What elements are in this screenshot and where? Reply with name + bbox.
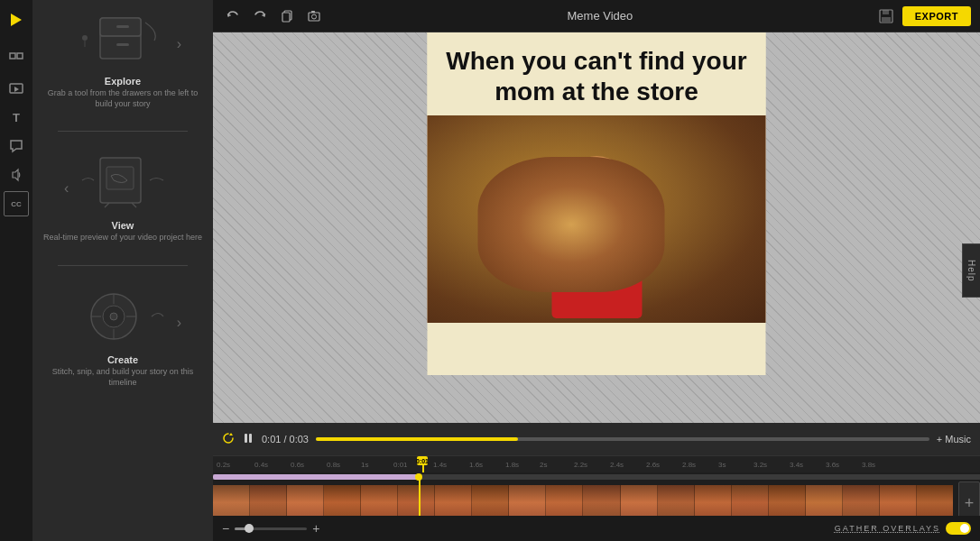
- screenshot-button[interactable]: [303, 5, 325, 27]
- video-track: [213, 485, 953, 516]
- playback-bar: 0:01 / 0:03 + Music: [213, 423, 980, 455]
- sidebar-item-media[interactable]: [4, 76, 29, 101]
- explore-title: Explore: [105, 76, 141, 87]
- pause-button[interactable]: [242, 432, 254, 447]
- add-track-button[interactable]: +: [958, 481, 980, 516]
- copy-button[interactable]: [276, 5, 298, 27]
- divider-1: [58, 131, 188, 132]
- ruler-tick-8: 1.8s: [505, 461, 519, 469]
- create-description: Stitch, snip, and build your story on th…: [42, 367, 204, 388]
- sidebar-item-captions[interactable]: CC: [4, 191, 29, 216]
- progress-fill: [316, 437, 518, 441]
- ruler-tick-9: 2s: [540, 461, 547, 469]
- ruler-tick-17: 3.6s: [826, 461, 839, 469]
- person-head: [565, 156, 628, 219]
- ruler-tick-11: 2.4s: [610, 461, 624, 469]
- svg-point-25: [312, 14, 317, 19]
- svg-point-9: [82, 35, 88, 41]
- zoom-controls: − + GATHER OVERLAYS: [213, 516, 980, 541]
- view-arrow: ‹: [64, 180, 69, 197]
- music-button[interactable]: + Music: [937, 434, 971, 445]
- ruler-tick-10: 2.2s: [574, 461, 587, 469]
- create-illustration: ›: [78, 288, 168, 351]
- zoom-slider-thumb[interactable]: [245, 524, 254, 533]
- sidebar: T CC: [0, 0, 32, 541]
- svg-rect-8: [116, 43, 129, 46]
- save-icon[interactable]: [875, 5, 897, 27]
- sidebar-item-shapes[interactable]: [4, 47, 29, 72]
- topbar: Meme Video EXPORT: [213, 0, 980, 32]
- explore-illustration: ›: [78, 9, 168, 72]
- ruler-tick-14: 3s: [718, 461, 726, 469]
- sidebar-item-text[interactable]: T: [4, 105, 29, 130]
- svg-rect-12: [106, 167, 134, 189]
- help-label: Help: [966, 260, 976, 282]
- svg-rect-31: [249, 434, 252, 443]
- restart-button[interactable]: [222, 432, 235, 447]
- svg-rect-24: [309, 13, 319, 21]
- ruler-tick-0: 0.2s: [217, 461, 230, 469]
- video-frame: [428, 115, 766, 323]
- canvas-area: When you can't find yourmom at the store: [213, 32, 980, 423]
- timeline-scrub[interactable]: [213, 474, 980, 480]
- gather-overlays-control: GATHER OVERLAYS: [835, 522, 971, 535]
- timeline-tracks: +: [213, 472, 980, 516]
- ruler-tick-7: 1.6s: [469, 461, 483, 469]
- view-description: Real-time preview of your video project …: [43, 233, 202, 243]
- ruler-tick-12: 2.6s: [646, 461, 660, 469]
- svg-rect-7: [116, 25, 129, 28]
- page-title: Meme Video: [325, 9, 875, 23]
- zoom-slider[interactable]: [235, 527, 307, 530]
- view-illustration: ‹: [78, 153, 168, 216]
- ruler-marks: 0.2s 0.4s 0.6s 0.8s 1s 0:01 1.4s 1.6s 1.…: [217, 456, 976, 472]
- ruler-tick-13: 2.8s: [682, 461, 696, 469]
- svg-rect-23: [282, 13, 290, 22]
- video-preview: When you can't find yourmom at the store: [428, 32, 766, 375]
- svg-rect-2: [17, 53, 23, 59]
- redo-button[interactable]: [249, 5, 271, 27]
- ruler-tick-18: 3.8s: [862, 461, 875, 469]
- timeline: 0.2s 0.4s 0.6s 0.8s 1s 0:01 1.4s 1.6s 1.…: [213, 455, 980, 541]
- video-thumbnails: [213, 485, 953, 516]
- create-section: › Create Stitch, snip, and build your st…: [42, 288, 204, 388]
- explore-arrow: ›: [177, 36, 181, 52]
- topbar-controls: [222, 5, 325, 27]
- ruler-tick-3: 0.8s: [327, 461, 340, 469]
- ruler-tick-16: 3.4s: [790, 461, 803, 469]
- zoom-out-icon[interactable]: −: [222, 521, 229, 536]
- progress-bar[interactable]: [316, 437, 929, 441]
- svg-rect-26: [311, 11, 315, 13]
- sidebar-logo[interactable]: [4, 7, 29, 32]
- timeline-ruler: 0.2s 0.4s 0.6s 0.8s 1s 0:01 1.4s 1.6s 1.…: [213, 456, 980, 472]
- person-body: [551, 210, 642, 318]
- ruler-tick-2: 0.6s: [291, 461, 304, 469]
- zoom-in-icon[interactable]: +: [312, 521, 319, 536]
- create-title: Create: [107, 354, 138, 365]
- sidebar-item-audio[interactable]: [4, 162, 29, 188]
- ruler-tick-6: 1.4s: [433, 461, 447, 469]
- view-section: ‹ View Real-time preview of your video p…: [43, 153, 202, 243]
- meme-text-overlay: When you can't find yourmom at the store: [428, 32, 766, 115]
- timeline-scrub-fill: [213, 474, 419, 480]
- undo-button[interactable]: [222, 5, 244, 27]
- video-person: [515, 142, 678, 323]
- time-display: 0:01 / 0:03: [262, 434, 309, 445]
- gather-overlays-toggle[interactable]: [946, 522, 971, 535]
- svg-rect-1: [10, 53, 15, 59]
- help-button[interactable]: Help: [962, 243, 980, 298]
- ruler-tick-5: 0:01: [393, 461, 408, 469]
- view-title: View: [112, 220, 134, 231]
- svg-rect-30: [245, 434, 247, 443]
- ruler-tick-15: 3.2s: [753, 461, 767, 469]
- svg-rect-29: [882, 17, 891, 22]
- divider-2: [58, 265, 188, 266]
- sidebar-item-comments[interactable]: [4, 133, 29, 159]
- main-area: Meme Video EXPORT When you can't find yo…: [213, 0, 980, 541]
- track-playhead: [419, 478, 421, 516]
- gather-overlays-label: GATHER OVERLAYS: [835, 524, 940, 533]
- explore-description: Grab a tool from the drawers on the left…: [42, 88, 204, 109]
- ruler-playhead-marker: 0:01: [417, 456, 428, 465]
- export-button[interactable]: EXPORT: [902, 6, 971, 26]
- ruler-tick-1: 0.4s: [254, 461, 268, 469]
- ruler-tick-4: 1s: [361, 461, 368, 469]
